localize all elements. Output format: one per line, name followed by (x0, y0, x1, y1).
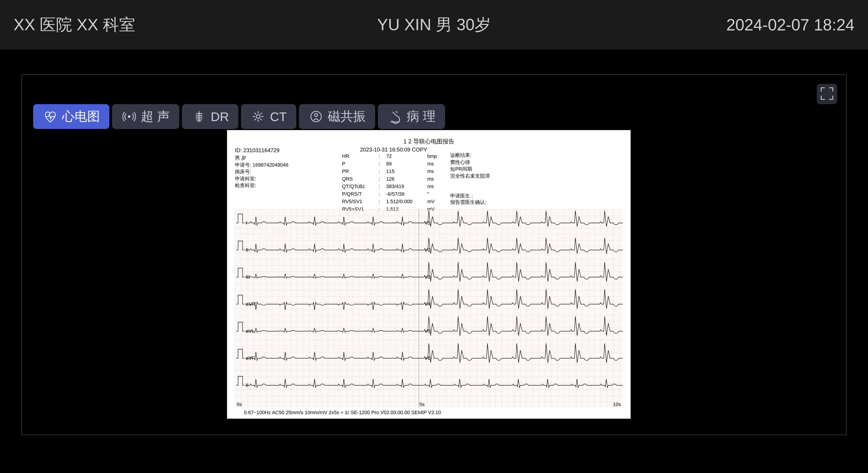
param-label: HR (342, 153, 378, 160)
apply-doc: 申请医生 : (450, 193, 486, 199)
diag-line: 完全性右束支阻滞 (450, 173, 490, 179)
fullscreen-button[interactable] (817, 84, 837, 104)
lead-label: II (246, 382, 248, 388)
tab-ultrasound[interactable]: 超 声 (112, 104, 179, 129)
svg-point-0 (128, 116, 130, 118)
report-title: 1 2 导联心电图报告 (227, 138, 630, 145)
expand-icon (820, 86, 834, 102)
tab-dr[interactable]: DR (182, 104, 239, 129)
param-row: RV5/SV1:1.512/0.000mV (342, 198, 441, 205)
tab-ct[interactable]: CT (241, 104, 296, 129)
diag-title: 诊断结果: (450, 152, 490, 158)
tab-mri[interactable]: 磁共振 (299, 104, 375, 129)
param-unit: ° (427, 190, 441, 198)
param-label: QRS (342, 176, 378, 183)
param-unit: ms (427, 176, 441, 183)
tab-label: 心电图 (62, 108, 100, 125)
param-label: QT/QTcBz (342, 183, 378, 190)
heart-ecg-icon (42, 109, 58, 124)
param-label: RV5/SV1 (342, 198, 378, 205)
lead-label: V4 (424, 301, 430, 307)
meta-apply-dept: 申请科室: (235, 176, 288, 182)
diag-line: 短PR间期 (450, 166, 490, 172)
param-row: P/QRS/T:-6/57/39° (342, 190, 441, 198)
ct-icon (250, 109, 266, 124)
tab-label: DR (211, 109, 229, 124)
param-unit: ms (427, 160, 441, 167)
modality-tabs: 心电图 超 声 DR (33, 104, 445, 129)
meta-bed: 病床号: (235, 169, 288, 175)
xray-icon (191, 109, 207, 124)
param-value: 115 (386, 168, 427, 175)
report-params: HR:72bmpP:89msPR:115msQRS:126msQT/QTcBz:… (342, 152, 441, 213)
svg-point-3 (314, 114, 318, 117)
param-row: HR:72bmp (342, 153, 441, 160)
tab-pathology[interactable]: 病 理 (378, 104, 445, 129)
lead-label: V3 (424, 274, 430, 280)
param-row: QT/QTcBz:383/419ms (342, 183, 441, 190)
report-sign: 申请医生 : 报告需医生确认: (450, 193, 486, 205)
microscope-icon (387, 109, 403, 124)
time-label-mid: 5s (420, 401, 425, 408)
param-value: 383/419 (386, 183, 427, 190)
param-label: PR (342, 168, 378, 175)
tab-label: 磁共振 (328, 108, 366, 125)
diag-line: 窦性心律 (450, 159, 490, 165)
clock: 2024-02-07 18:24 (574, 15, 855, 34)
param-unit: bmp (427, 153, 441, 160)
lead-label: V1 (424, 220, 430, 226)
lead-label: I (246, 220, 247, 226)
time-label-end: 10s (613, 401, 621, 408)
confirm: 报告需医生确认: (450, 199, 486, 206)
top-bar: XX 医院 XX 科室 YU XIN 男 30岁 2024-02-07 18:2… (0, 0, 868, 50)
param-unit: ms (427, 183, 441, 190)
param-value: 126 (386, 176, 427, 183)
ecg-traces (235, 210, 623, 408)
meta-exam-dept: 检查科室: (235, 182, 288, 189)
report-footer: 0.67~100Hz AC50 25mm/s 10mm/mV 2x5s + 1r… (244, 409, 441, 416)
tab-label: 病 理 (407, 108, 436, 125)
param-value: 1.512/0.000 (386, 198, 427, 205)
meta-apply-no: 申请号: 1698742049046 (235, 162, 288, 168)
lead-label: aVL (246, 328, 254, 334)
app-root: XX 医院 XX 科室 YU XIN 男 30岁 2024-02-07 18:2… (0, 0, 868, 473)
id-label: ID: (235, 147, 242, 153)
lead-label: III (246, 274, 250, 280)
param-unit: mV (427, 198, 441, 205)
id-value: 231031164729 (243, 147, 279, 153)
meta-gender-age: 男 岁 (235, 155, 288, 161)
param-row: QRS:126ms (342, 176, 441, 183)
param-value: -6/57/39 (386, 190, 427, 198)
lead-label: II (246, 247, 248, 253)
tab-ecg[interactable]: 心电图 (33, 104, 110, 129)
lead-label: V2 (424, 247, 430, 253)
svg-point-1 (256, 115, 260, 118)
ultrasound-icon (122, 109, 137, 124)
lead-label: V5 (424, 328, 430, 334)
lead-label: aVR (246, 301, 255, 307)
tab-label: 超 声 (141, 108, 170, 125)
report-id: ID: 231031164729 (235, 147, 280, 154)
report-diagnosis: 诊断结果: 窦性心律 短PR间期 完全性右束支阻滞 (450, 152, 490, 180)
param-unit: ms (427, 168, 441, 175)
ecg-report-sheet: 1 2 导联心电图报告 ID: 231031164729 2023-10-31 … (227, 130, 630, 419)
tab-label: CT (270, 109, 287, 124)
report-panel: 心电图 超 声 DR (22, 74, 846, 435)
org-title: XX 医院 XX 科室 (13, 14, 294, 36)
param-row: PR:115ms (342, 168, 441, 175)
lead-label: V6 (424, 355, 430, 361)
param-value: 72 (386, 153, 427, 160)
param-row: P:89ms (342, 160, 441, 167)
param-value: 89 (386, 160, 427, 167)
patient-title: YU XIN 男 30岁 (294, 14, 574, 36)
mri-icon (308, 109, 324, 124)
param-label: P/QRS/T (342, 190, 378, 198)
lead-label: aVF (246, 355, 255, 361)
ecg-area: IIIIIIaVRaVLaVFIIV1V2V3V4V5V6 0s 5s 10s (235, 210, 623, 408)
report-meta-left: 男 岁 申请号: 1698742049046 病床号: 申请科室: 检查科室: (235, 155, 288, 189)
param-label: P (342, 160, 378, 167)
time-label-start: 0s (237, 401, 242, 408)
